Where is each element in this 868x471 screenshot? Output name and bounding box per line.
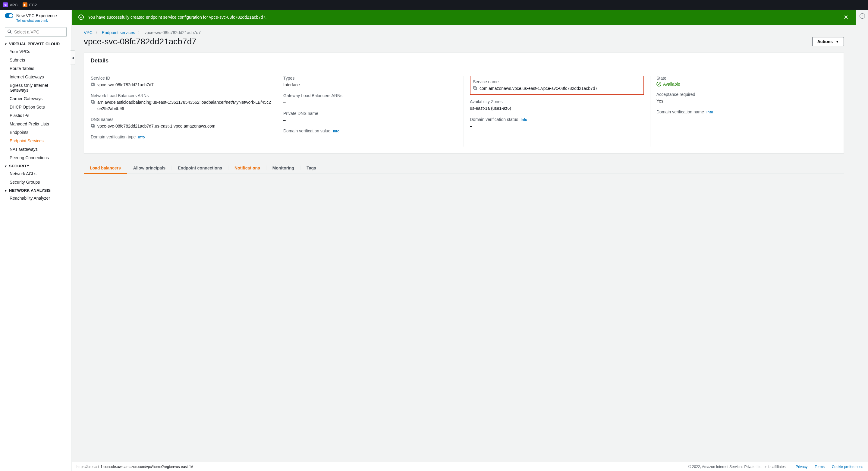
info-link[interactable]: Info	[333, 129, 339, 133]
vpc-search-input[interactable]	[5, 27, 67, 37]
sidebar-item-endpoint-services[interactable]: Endpoint Services	[0, 137, 71, 145]
details-panel: Details Service ID vpce-svc-08fc782dd21a…	[84, 53, 844, 153]
footer-link-cookie[interactable]: Cookie preferences	[832, 465, 863, 469]
svg-rect-10	[474, 87, 476, 90]
field-value: –	[656, 116, 837, 121]
tabs: Load balancers Allow principals Endpoint…	[84, 163, 844, 174]
caret-down-icon: ▼	[836, 40, 839, 43]
topbar-service-vpc[interactable]: ⧉ VPC	[3, 2, 18, 7]
content-scroll[interactable]: You have successfully created endpoint s…	[72, 10, 856, 462]
copy-icon[interactable]	[91, 100, 95, 104]
new-vpc-experience-toggle[interactable]	[5, 13, 13, 18]
footer-link-terms[interactable]: Terms	[815, 465, 825, 469]
field-value: arn:aws:elasticloadbalancing:us-east-1:3…	[97, 99, 271, 112]
page-title: vpce-svc-08fc782dd21acb7d7	[84, 37, 196, 47]
sidebar-item-route-tables[interactable]: Route Tables	[0, 64, 71, 73]
tab-notifications[interactable]: Notifications	[228, 163, 266, 173]
footer: https://us-east-1.console.aws.amazon.com…	[72, 462, 868, 471]
field-value: vpce-svc-08fc782dd21acb7d7	[97, 82, 154, 88]
field-value: –	[91, 141, 271, 147]
sidebar-item-nat-gateways[interactable]: NAT Gateways	[0, 145, 71, 153]
tab-allow-principals[interactable]: Allow principals	[127, 163, 172, 173]
sidebar-item-your-vpcs[interactable]: Your VPCs	[0, 47, 71, 56]
state-text: Available	[663, 82, 680, 87]
field-label: Domain verification nameInfo	[656, 110, 837, 114]
title-bar: vpce-svc-08fc782dd21acb7d7 Actions ▼	[84, 37, 844, 47]
sidebar-section-vpc[interactable]: ▼ VIRTUAL PRIVATE CLOUD	[0, 40, 71, 47]
breadcrumb-endpoint-services[interactable]: Endpoint services	[102, 30, 135, 35]
svg-rect-4	[92, 84, 94, 86]
field-label: Service ID	[91, 76, 271, 81]
svg-line-1	[10, 32, 11, 33]
ec2-icon: ◧	[23, 2, 27, 7]
footer-copyright: © 2022, Amazon Internet Services Private…	[688, 465, 786, 469]
chevron-right-icon: 〉	[138, 30, 141, 35]
breadcrumb-vpc[interactable]: VPC	[84, 30, 93, 35]
sidebar-section-security[interactable]: ▼ SECURITY	[0, 162, 71, 170]
svg-point-0	[8, 30, 10, 33]
info-panel-toggle[interactable]: i	[860, 13, 865, 19]
sidebar-scroll[interactable]: ▼ VIRTUAL PRIVATE CLOUD Your VPCs Subnet…	[0, 40, 71, 471]
field-value: com.amazonaws.vpce.us-east-1.vpce-svc-08…	[479, 85, 597, 91]
caret-down-icon: ▼	[4, 42, 7, 46]
copy-icon[interactable]	[91, 124, 95, 128]
field-label: Gateway Load Balancers ARNs	[283, 93, 458, 98]
info-link[interactable]: Info	[138, 135, 145, 139]
field-label: Domain verification typeInfo	[91, 135, 271, 139]
sidebar-item-carrier-gateways[interactable]: Carrier Gateways	[0, 94, 71, 103]
tab-load-balancers[interactable]: Load balancers	[84, 163, 127, 173]
actions-button[interactable]: Actions ▼	[812, 37, 844, 46]
sidebar-item-network-acls[interactable]: Network ACLs	[0, 170, 71, 178]
info-link[interactable]: Info	[521, 118, 527, 122]
svg-rect-6	[92, 101, 94, 104]
sidebar-item-egress-only-igw[interactable]: Egress Only Internet Gateways	[0, 81, 71, 94]
main-row: You have successfully created endpoint s…	[72, 10, 868, 462]
feedback-link[interactable]: Tell us what you think	[16, 19, 67, 22]
sidebar-item-elastic-ips[interactable]: Elastic IPs	[0, 111, 71, 120]
field-value: Yes	[656, 98, 837, 104]
info-link[interactable]: Info	[707, 110, 713, 114]
field-label: Service name	[473, 79, 641, 84]
vpc-search	[5, 27, 67, 37]
field-private-dns: Private DNS name –	[283, 111, 458, 123]
field-label: Domain verification statusInfo	[470, 117, 644, 122]
sidebar-collapse-button[interactable]: ◀	[70, 50, 75, 65]
field-domain-ver-name: Domain verification nameInfo –	[656, 110, 837, 121]
details-col-4: State Available Acceptance required Yes	[650, 76, 837, 147]
right-gutter: i	[856, 10, 868, 462]
sidebar: New VPC Experience Tell us what you thin…	[0, 10, 72, 471]
sidebar-item-reachability-analyzer[interactable]: Reachability Analyzer	[0, 194, 71, 202]
sidebar-item-endpoints[interactable]: Endpoints	[0, 128, 71, 137]
field-label: State	[656, 76, 837, 81]
tab-tags[interactable]: Tags	[301, 163, 322, 173]
sidebar-section-network-analysis[interactable]: ▼ NETWORK ANALYSIS	[0, 186, 71, 194]
sidebar-section-title: NETWORK ANALYSIS	[9, 188, 51, 193]
tab-monitoring[interactable]: Monitoring	[267, 163, 300, 173]
sidebar-item-subnets[interactable]: Subnets	[0, 56, 71, 64]
field-label: Availability Zones	[470, 99, 644, 104]
new-vpc-experience-label: New VPC Experience	[16, 13, 57, 18]
footer-links: Privacy Terms Cookie preferences	[796, 465, 863, 469]
topbar-service-ec2[interactable]: ◧ EC2	[23, 2, 37, 7]
banner-close-button[interactable]	[843, 14, 849, 21]
service-name-highlight: Service name com.amazonaws.vpce.us-east-…	[470, 76, 644, 95]
sidebar-item-security-groups[interactable]: Security Groups	[0, 178, 71, 186]
footer-link-privacy[interactable]: Privacy	[796, 465, 807, 469]
field-state: State Available	[656, 76, 837, 87]
breadcrumb-current: vpce-svc-08fc782dd21acb7d7	[144, 30, 201, 35]
field-value: –	[283, 99, 458, 105]
svg-rect-9	[91, 124, 94, 127]
field-acceptance: Acceptance required Yes	[656, 92, 837, 104]
tab-endpoint-connections[interactable]: Endpoint connections	[172, 163, 228, 173]
copy-icon[interactable]	[91, 82, 95, 87]
sidebar-item-managed-prefix-lists[interactable]: Managed Prefix Lists	[0, 120, 71, 128]
field-value: vpce-svc-08fc782dd21acb7d7.us-east-1.vpc…	[97, 123, 215, 129]
search-icon	[7, 29, 12, 34]
sidebar-item-dhcp-option-sets[interactable]: DHCP Option Sets	[0, 103, 71, 111]
content: VPC 〉 Endpoint services 〉 vpce-svc-08fc7…	[72, 25, 856, 186]
sidebar-item-internet-gateways[interactable]: Internet Gateways	[0, 73, 71, 81]
sidebar-item-peering-connections[interactable]: Peering Connections	[0, 153, 71, 162]
svg-rect-8	[92, 125, 94, 127]
copy-icon[interactable]	[473, 86, 477, 90]
svg-rect-5	[91, 83, 94, 85]
